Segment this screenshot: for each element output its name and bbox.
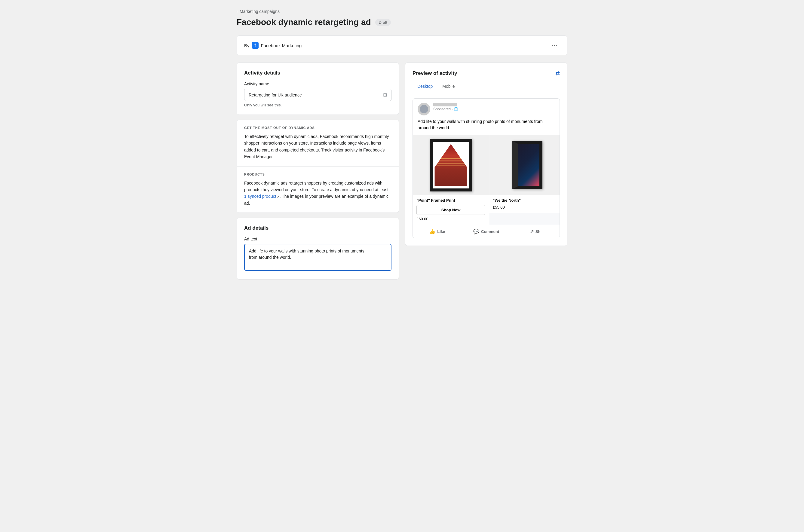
more-options-button[interactable]: ⋯ (549, 41, 560, 50)
chevron-left-icon: ‹ (237, 9, 238, 14)
fb-product-price-2: £55.00 (493, 205, 560, 209)
fb-product-info-2: "We the North" £55.00 (489, 195, 560, 213)
fb-product-name-1: "Point" Framed Print (416, 198, 485, 203)
ad-text-label: Ad text (244, 236, 391, 241)
ad-details-card: Ad details Ad text Add life to your wall… (237, 217, 399, 280)
main-layout: Activity details Activity name Retargeti… (237, 62, 567, 280)
breadcrumb-link[interactable]: Marketing campaigns (240, 9, 280, 14)
by-label: By (244, 43, 249, 48)
fb-ad-footer: 👍 Like 💬 Comment ↗ Sh (413, 225, 560, 238)
fb-ad-body-text: Add life to your walls with stunning pho… (413, 118, 560, 135)
avatar (418, 103, 430, 115)
fb-product-name-2: "We the North" (493, 198, 560, 203)
dynamic-ads-section: GET THE MOST OUT OF DYNAMIC ADS To effec… (237, 120, 399, 167)
shop-now-button-1[interactable]: Shop Now (416, 205, 485, 215)
share-label: Sh (536, 229, 541, 234)
preview-card: Preview of activity ⇄ Desktop Mobile Spo… (405, 62, 567, 246)
preview-header: Preview of activity ⇄ (413, 70, 560, 77)
draft-badge: Draft (375, 19, 391, 26)
products-section-title: PRODUCTS (244, 172, 391, 176)
field-hint: Only you will see this. (244, 103, 391, 107)
like-label: Like (437, 229, 445, 234)
avatar-inner (420, 105, 428, 113)
fb-name-row: Sponsored · 🌐 (433, 103, 458, 111)
fb-ad-header: Sponsored · 🌐 (413, 99, 560, 118)
tab-desktop[interactable]: Desktop (413, 81, 437, 92)
second-inner (518, 144, 539, 186)
fb-product-card-2: "We the North" £55.00 (489, 135, 560, 225)
fb-product-card-1: "Point" Framed Print Shop Now £60.00 (413, 135, 489, 225)
fb-product-image-1 (413, 135, 489, 195)
activity-name-input[interactable]: Retargeting for UK audience ⊞ (244, 89, 391, 101)
fb-product-info-1: "Point" Framed Print Shop Now £60.00 (413, 195, 489, 225)
tab-mobile[interactable]: Mobile (437, 81, 460, 92)
ad-text-input[interactable]: Add life to your walls with stunning pho… (244, 244, 391, 271)
activity-name-value: Retargeting for UK audience (249, 93, 302, 97)
fb-product-price-1: £60.00 (416, 217, 485, 221)
fb-products-row: "Point" Framed Print Shop Now £60.00 (413, 135, 560, 225)
products-section: PRODUCTS Facebook dynamic ads retarget s… (237, 167, 399, 213)
refresh-icon[interactable]: ⇄ (555, 70, 560, 77)
left-column: Activity details Activity name Retargeti… (237, 62, 399, 280)
share-action[interactable]: ↗ Sh (510, 226, 560, 237)
roof-shape (433, 142, 469, 188)
fb-product-image-2 (489, 135, 560, 195)
like-action[interactable]: 👍 Like (413, 226, 462, 237)
top-card: By f Facebook Marketing ⋯ (237, 36, 567, 55)
fb-sponsored: Sponsored · 🌐 (433, 107, 458, 111)
dynamic-ads-section-text: To effectively retarget with dynamic ads… (244, 133, 391, 160)
page-title-row: Facebook dynamic retargeting ad Draft (237, 17, 567, 27)
preview-tabs: Desktop Mobile (413, 81, 560, 92)
external-link-icon: ↗ (277, 195, 280, 198)
comment-icon: 💬 (473, 229, 479, 234)
breadcrumb: ‹ Marketing campaigns (237, 9, 567, 14)
dynamic-ads-section-title: GET THE MOST OUT OF DYNAMIC ADS (244, 126, 391, 130)
products-section-text: Facebook dynamic ads retarget shoppers b… (244, 180, 391, 207)
ad-details-title: Ad details (244, 225, 391, 231)
facebook-icon: f (252, 42, 259, 49)
channel-name: Facebook Marketing (261, 43, 302, 48)
synced-product-link[interactable]: 1 synced product (244, 194, 276, 199)
share-icon: ↗ (530, 229, 534, 234)
by-row: By f Facebook Marketing (244, 42, 302, 49)
products-text-before: Facebook dynamic ads retarget shoppers b… (244, 180, 389, 192)
comment-label: Comment (481, 229, 499, 234)
facebook-ad-preview: Sponsored · 🌐 Add life to your walls wit… (413, 98, 560, 238)
comment-action[interactable]: 💬 Comment (462, 226, 511, 237)
preview-title: Preview of activity (413, 70, 457, 76)
dynamic-ads-info-card: GET THE MOST OUT OF DYNAMIC ADS To effec… (237, 120, 399, 213)
activity-details-title: Activity details (244, 70, 391, 76)
input-icon: ⊞ (383, 92, 387, 98)
print-artwork-1 (430, 139, 472, 191)
like-icon: 👍 (429, 229, 435, 234)
page-title: Facebook dynamic retargeting ad (237, 17, 371, 27)
fb-name-placeholder (433, 103, 457, 107)
activity-name-label: Activity name (244, 81, 391, 86)
activity-details-card: Activity details Activity name Retargeti… (237, 62, 399, 115)
print-artwork-2 (512, 141, 542, 189)
